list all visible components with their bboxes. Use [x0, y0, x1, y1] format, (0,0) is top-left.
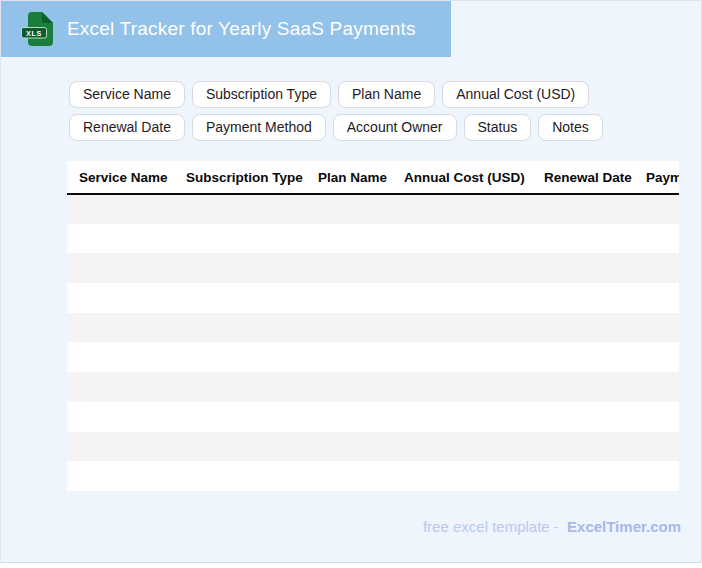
table-cell: [306, 283, 392, 313]
table-cell: [392, 402, 532, 432]
table-cell: [306, 372, 392, 402]
table-cell: [634, 283, 679, 313]
table-cell: [174, 313, 306, 343]
column-chip[interactable]: Subscription Type: [192, 81, 331, 108]
table-cell: [67, 283, 174, 313]
table-header-row: Service Name Subscription Type Plan Name…: [67, 161, 679, 194]
table-cell: [392, 432, 532, 462]
table-cell: [532, 432, 634, 462]
table-cell: [532, 283, 634, 313]
table-cell: [532, 402, 634, 432]
table-row: [67, 402, 679, 432]
table-cell: [634, 402, 679, 432]
table-cell: [174, 432, 306, 462]
table-cell: [174, 372, 306, 402]
table-cell: [306, 342, 392, 372]
table-cell: [67, 432, 174, 462]
table-header-cell: Service Name: [67, 161, 174, 194]
column-chip[interactable]: Service Name: [69, 81, 185, 108]
table-cell: [532, 342, 634, 372]
table-cell: [634, 253, 679, 283]
table-cell: [532, 461, 634, 491]
table-cell: [67, 342, 174, 372]
table-cell: [392, 283, 532, 313]
table-cell: [306, 313, 392, 343]
table-cell: [532, 194, 634, 224]
table-cell: [67, 402, 174, 432]
table-cell: [174, 283, 306, 313]
table-cell: [392, 461, 532, 491]
table-cell: [306, 432, 392, 462]
table-cell: [634, 372, 679, 402]
xls-file-icon: XLS: [21, 12, 57, 46]
table-cell: [67, 253, 174, 283]
table-cell: [67, 224, 174, 254]
footer-credit: free excel template - ExcelTimer.com: [423, 518, 681, 535]
header-banner: XLS Excel Tracker for Yearly SaaS Paymen…: [1, 1, 451, 57]
table-cell: [67, 461, 174, 491]
table-cell: [634, 313, 679, 343]
file-fold: [42, 12, 53, 23]
column-chip[interactable]: Plan Name: [338, 81, 435, 108]
table-row: [67, 224, 679, 254]
table-cell: [392, 224, 532, 254]
table-cell: [392, 253, 532, 283]
table-row: [67, 283, 679, 313]
table-cell: [174, 224, 306, 254]
column-chip-list: Service Name Subscription Type Plan Name…: [69, 81, 695, 141]
table-header-cell: Renewal Date: [532, 161, 634, 194]
table-cell: [634, 432, 679, 462]
table-cell: [306, 461, 392, 491]
table-row: [67, 253, 679, 283]
table-cell: [634, 224, 679, 254]
table-cell: [532, 253, 634, 283]
table-cell: [392, 194, 532, 224]
table-cell: [174, 402, 306, 432]
table-header-cell: Payment Method: [634, 161, 679, 194]
column-chip[interactable]: Annual Cost (USD): [442, 81, 589, 108]
table-cell: [67, 194, 174, 224]
table-row: [67, 372, 679, 402]
table-cell: [532, 372, 634, 402]
table-cell: [532, 224, 634, 254]
table-row: [67, 342, 679, 372]
column-chip[interactable]: Renewal Date: [69, 114, 185, 141]
column-chip[interactable]: Payment Method: [192, 114, 326, 141]
table-header-cell: Plan Name: [306, 161, 392, 194]
table-cell: [306, 253, 392, 283]
table-row: [67, 461, 679, 491]
footer-brand-link[interactable]: ExcelTimer.com: [567, 518, 681, 535]
table-row: [67, 313, 679, 343]
table-cell: [532, 313, 634, 343]
xls-badge-label: XLS: [26, 29, 42, 38]
page-title: Excel Tracker for Yearly SaaS Payments: [67, 1, 416, 57]
table-cell: [174, 253, 306, 283]
tracker-table: Service Name Subscription Type Plan Name…: [67, 161, 679, 491]
table-cell: [306, 194, 392, 224]
table-cell: [174, 342, 306, 372]
table-cell: [634, 461, 679, 491]
table-row: [67, 432, 679, 462]
table-cell: [67, 372, 174, 402]
column-chip[interactable]: Account Owner: [333, 114, 457, 141]
template-preview-card: XLS Excel Tracker for Yearly SaaS Paymen…: [0, 0, 702, 563]
table-cell: [392, 313, 532, 343]
table-cell: [67, 313, 174, 343]
table-cell: [634, 342, 679, 372]
table-cell: [306, 224, 392, 254]
table-cell: [174, 461, 306, 491]
table-header-cell: Subscription Type: [174, 161, 306, 194]
table-cell: [634, 194, 679, 224]
column-chip[interactable]: Status: [464, 114, 532, 141]
footer-text: free excel template -: [423, 518, 559, 535]
table-header-cell: Annual Cost (USD): [392, 161, 532, 194]
table-cell: [174, 194, 306, 224]
table-cell: [306, 402, 392, 432]
column-chip[interactable]: Notes: [538, 114, 603, 141]
table-cell: [392, 342, 532, 372]
table-row: [67, 194, 679, 224]
table-body: [67, 194, 679, 491]
table-cell: [392, 372, 532, 402]
